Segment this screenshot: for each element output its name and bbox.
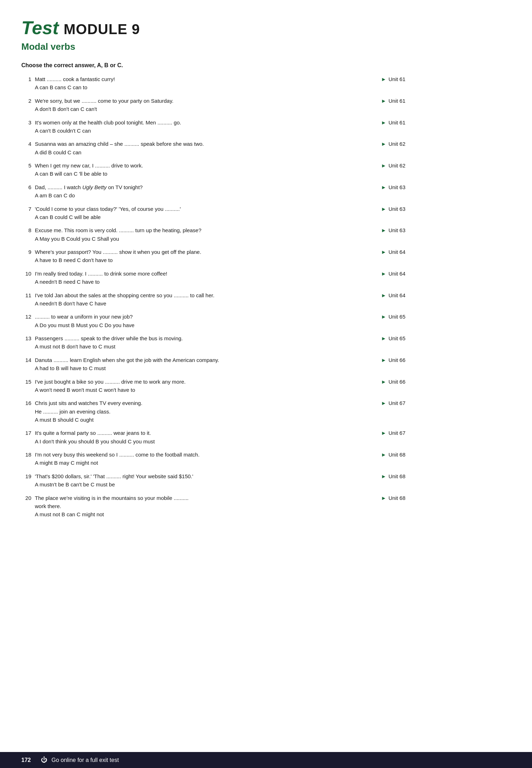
question-unit: ► Unit 68	[349, 494, 405, 502]
question-number: 18	[21, 450, 31, 467]
question-unit: ► Unit 67	[349, 429, 405, 437]
unit-label: Unit 68	[388, 494, 405, 502]
question-text: We're sorry, but we .......... come to y…	[35, 97, 349, 105]
question-item: 9 Where's your passport? You .......... …	[21, 248, 405, 265]
unit-label: Unit 67	[388, 399, 405, 407]
arrow-icon: ►	[381, 473, 387, 481]
unit-label: Unit 61	[388, 119, 405, 127]
instruction: Choose the correct answer, A, B or C.	[21, 62, 405, 69]
arrow-icon: ►	[381, 162, 387, 170]
question-answers: A must not B don't have to C must	[35, 343, 349, 351]
arrow-icon: ►	[381, 378, 387, 386]
question-content: I've told Jan about the sales at the sho…	[35, 291, 349, 308]
question-content: When I get my new car, I .......... driv…	[35, 161, 349, 178]
question-number: 13	[21, 334, 31, 351]
arrow-icon: ►	[381, 226, 387, 235]
question-content: I'm not very busy this weekend so I ....…	[35, 450, 349, 467]
question-unit: ► Unit 68	[349, 472, 405, 481]
question-item: 20 The place we're visiting is in the mo…	[21, 494, 405, 519]
question-number: 1	[21, 75, 31, 92]
question-item: 12 .......... to wear a uniform in your …	[21, 313, 405, 329]
question-text: It's women only at the health club pool …	[35, 118, 349, 127]
title-line: Test MODULE 9	[21, 17, 405, 38]
question-content: It's quite a formal party so .......... …	[35, 429, 349, 446]
question-text: The place we're visiting is in the mount…	[35, 494, 349, 511]
question-unit: ► Unit 63	[349, 205, 405, 213]
question-item: 5 When I get my new car, I .......... dr…	[21, 161, 405, 178]
question-content: Passengers .......... speak to the drive…	[35, 334, 349, 351]
footer-text: Go online for a full exit test	[52, 757, 119, 763]
question-text: I'm not very busy this weekend so I ....…	[35, 450, 349, 459]
question-left: 3 It's women only at the health club poo…	[21, 118, 349, 135]
arrow-icon: ►	[381, 270, 387, 278]
question-text: I'm really tired today. I .......... to …	[35, 270, 349, 278]
question-answers: A have to B need C don't have to	[35, 256, 349, 265]
unit-label: Unit 68	[388, 473, 405, 481]
arrow-icon: ►	[381, 248, 387, 256]
page-content: Test MODULE 9 Modal verbs Choose the cor…	[0, 0, 427, 552]
question-item: 3 It's women only at the health club poo…	[21, 118, 405, 135]
arrow-icon: ►	[381, 494, 387, 502]
unit-label: Unit 67	[388, 429, 405, 437]
question-text: Chris just sits and watches TV every eve…	[35, 399, 349, 416]
unit-label: Unit 66	[388, 356, 405, 364]
questions-list: 1 Matt .......... cook a fantastic curry…	[21, 75, 405, 519]
question-answers: A don't B don't can C can't	[35, 105, 349, 113]
unit-label: Unit 64	[388, 270, 405, 278]
question-answers: A needn't B don't have C have	[35, 300, 349, 308]
question-number: 10	[21, 270, 31, 286]
question-item: 4 Susanna was an amazing child – she ...…	[21, 140, 405, 156]
question-unit: ► Unit 67	[349, 399, 405, 407]
arrow-icon: ►	[381, 140, 387, 148]
question-unit: ► Unit 62	[349, 140, 405, 148]
question-unit: ► Unit 65	[349, 334, 405, 343]
question-number: 16	[21, 399, 31, 424]
question-unit: ► Unit 64	[349, 270, 405, 278]
question-number: 14	[21, 356, 31, 373]
unit-label: Unit 64	[388, 292, 405, 300]
unit-label: Unit 65	[388, 313, 405, 321]
question-text: .......... to wear a uniform in your new…	[35, 313, 349, 321]
question-unit: ► Unit 66	[349, 356, 405, 364]
question-left: 15 I've just bought a bike so you ......…	[21, 378, 349, 394]
question-answers: A can't B couldn't C can	[35, 127, 349, 135]
unit-label: Unit 63	[388, 205, 405, 213]
question-left: 10 I'm really tired today. I .......... …	[21, 270, 349, 286]
question-left: 19 'That's $200 dollars, sir.' 'That ...…	[21, 472, 349, 489]
question-left: 13 Passengers .......... speak to the dr…	[21, 334, 349, 351]
unit-label: Unit 61	[388, 97, 405, 105]
question-item: 17 It's quite a formal party so ........…	[21, 429, 405, 446]
question-text: It's quite a formal party so .......... …	[35, 429, 349, 437]
unit-label: Unit 68	[388, 451, 405, 459]
question-text: Matt .......... cook a fantastic curry!	[35, 75, 349, 83]
question-number: 11	[21, 291, 31, 308]
question-answers: A had to B will have to C must	[35, 364, 349, 373]
question-text: When I get my new car, I .......... driv…	[35, 161, 349, 170]
question-item: 15 I've just bought a bike so you ......…	[21, 378, 405, 394]
question-answers: A can B will can C 'll be able to	[35, 170, 349, 178]
question-left: 8 Excuse me. This room is very cold. ...…	[21, 226, 349, 243]
arrow-icon: ►	[381, 75, 387, 84]
question-left: 12 .......... to wear a uniform in your …	[21, 313, 349, 329]
question-text: Dad, .......... I watch Ugly Betty on TV…	[35, 183, 349, 191]
question-number: 3	[21, 118, 31, 135]
question-text: 'That's $200 dollars, sir.' 'That ......…	[35, 472, 349, 480]
question-number: 17	[21, 429, 31, 446]
question-left: 14 Danuta .......... learn English when …	[21, 356, 349, 373]
question-content: 'That's $200 dollars, sir.' 'That ......…	[35, 472, 349, 489]
arrow-icon: ►	[381, 183, 387, 192]
question-number: 19	[21, 472, 31, 489]
question-left: 6 Dad, .......... I watch Ugly Betty on …	[21, 183, 349, 200]
question-text: I've told Jan about the sales at the sho…	[35, 291, 349, 299]
question-text: 'Could I come to your class today?' 'Yes…	[35, 205, 349, 213]
question-content: Where's your passport? You .......... sh…	[35, 248, 349, 265]
question-text: Where's your passport? You .......... sh…	[35, 248, 349, 256]
arrow-icon: ►	[381, 205, 387, 213]
question-item: 7 'Could I come to your class today?' 'Y…	[21, 205, 405, 222]
unit-label: Unit 62	[388, 162, 405, 170]
arrow-icon: ►	[381, 313, 387, 321]
question-number: 5	[21, 161, 31, 178]
question-left: 16 Chris just sits and watches TV every …	[21, 399, 349, 424]
question-content: Chris just sits and watches TV every eve…	[35, 399, 349, 424]
question-answers: A I don't think you should B you should …	[35, 438, 349, 446]
